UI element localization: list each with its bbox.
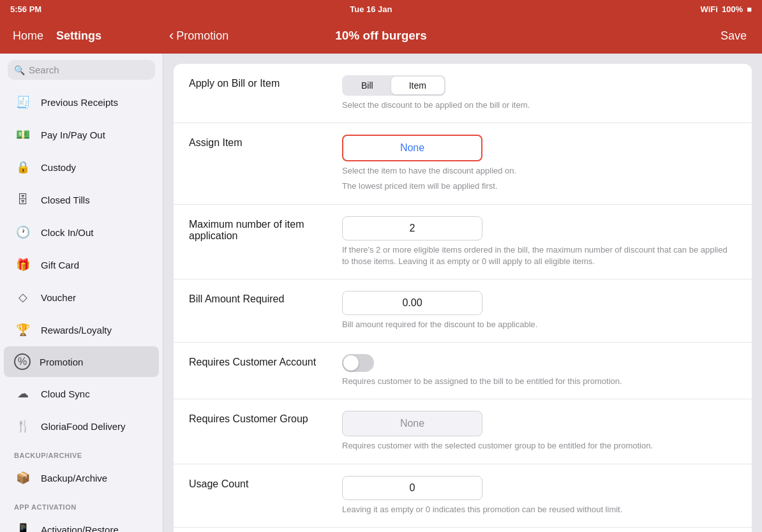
usage-count-content: Leaving it as empty or 0 indicates this …	[342, 476, 736, 515]
apply-on-bill-or-item-row: Apply on Bill or Item Bill Item Select t…	[174, 64, 752, 123]
max-item-application-content: If there's 2 or more eligible items orde…	[342, 216, 736, 267]
requires-customer-group-content: None Requires customer with the selected…	[342, 411, 736, 452]
back-label: Promotion	[176, 29, 228, 43]
apply-on-bill-or-item-description: Select the discount to be applied on the…	[342, 100, 736, 111]
requires-customer-group-description: Requires customer with the selected cust…	[342, 440, 736, 452]
nav-bar: Home Settings ‹ Promotion 10% off burger…	[0, 18, 762, 54]
page-title: 10% off burgers	[335, 29, 427, 43]
status-time: 5:56 PM	[10, 4, 41, 14]
custody-icon: 🔒	[14, 158, 32, 176]
bill-amount-required-row: Bill Amount Required Bill amount require…	[174, 279, 752, 343]
sidebar-item-label: Closed Tills	[41, 195, 90, 205]
settings-card: Apply on Bill or Item Bill Item Select t…	[174, 64, 752, 532]
sidebar-item-label: Promotion	[40, 357, 83, 367]
app-activation-section-header: APP ACTIVATION	[0, 494, 163, 514]
sidebar-item-label: Gift Card	[41, 260, 79, 270]
sidebar-item-label: Backup/Archive	[41, 473, 107, 484]
pay-in-pay-out-icon: 💵	[14, 126, 32, 144]
seg-item[interactable]: Item	[391, 77, 444, 94]
sidebar-item-clock-in-out[interactable]: 🕐 Clock In/Out	[4, 216, 159, 248]
activation-restore-icon: 📱	[14, 521, 32, 532]
clock-icon: 🕐	[14, 223, 32, 241]
max-item-application-description: If there's 2 or more eligible items orde…	[342, 244, 736, 267]
usage-count-row: Usage Count Leaving it as empty or 0 ind…	[174, 464, 752, 528]
chevron-left-icon: ‹	[169, 27, 174, 44]
assign-item-button[interactable]: None	[342, 135, 482, 161]
assign-item-description1: Select the item to have the discount app…	[342, 165, 736, 177]
status-bar: 5:56 PM Tue 16 Jan WiFi 100% ■	[0, 0, 762, 18]
sidebar-item-label: Voucher	[41, 292, 76, 303]
settings-nav-label: Settings	[56, 29, 101, 43]
bill-amount-required-content: Bill amount required for the discount to…	[342, 291, 736, 330]
sidebar-item-cloud-sync[interactable]: ☁ Cloud Sync	[4, 378, 159, 410]
sidebar-item-label: GloriaFood Delivery	[41, 421, 126, 432]
usage-count-input[interactable]	[342, 476, 482, 500]
requires-customer-group-button[interactable]: None	[342, 411, 482, 436]
status-bar-right: WiFi 100% ■	[701, 4, 752, 14]
rewards-icon: 🏆	[14, 321, 32, 339]
sidebar-item-rewards-loyalty[interactable]: 🏆 Rewards/Loyalty	[4, 314, 159, 346]
sidebar-item-label: Clock In/Out	[41, 227, 94, 238]
sidebar: 🔍 Search 🧾 Previous Receipts 💵 Pay In/Pa…	[0, 54, 163, 532]
voucher-icon: ◇	[14, 288, 32, 306]
apply-on-bill-or-item-content: Bill Item Select the discount to be appl…	[342, 75, 736, 111]
sidebar-item-label: Activation/Restore	[41, 524, 119, 533]
sidebar-item-promotion[interactable]: % Promotion	[4, 346, 159, 377]
status-date: Tue 16 Jan	[350, 4, 392, 14]
sidebar-item-label: Cloud Sync	[41, 388, 90, 399]
apply-on-bill-or-item-label: Apply on Bill or Item	[189, 75, 329, 89]
assign-item-label: Assign Item	[189, 135, 329, 149]
backup-archive-icon: 📦	[14, 469, 32, 487]
sidebar-item-custody[interactable]: 🔒 Custody	[4, 151, 159, 183]
requires-customer-account-content: Requires customer to be assigned to the …	[342, 354, 736, 387]
sidebar-item-voucher[interactable]: ◇ Voucher	[4, 281, 159, 313]
promotion-icon: %	[14, 353, 31, 370]
max-item-application-input[interactable]	[342, 216, 482, 240]
battery-level: 100%	[722, 4, 743, 14]
assign-item-content: None Select the item to have the discoun…	[342, 135, 736, 192]
sidebar-item-backup-archive[interactable]: 📦 Backup/Archive	[4, 462, 159, 494]
requires-customer-account-row: Requires Customer Account Requires custo…	[174, 343, 752, 399]
gift-card-icon: 🎁	[14, 256, 32, 274]
search-input[interactable]: Search	[29, 64, 59, 75]
save-button[interactable]: Save	[721, 29, 747, 43]
max-item-application-row: Maximum number of item application If th…	[174, 205, 752, 279]
home-nav-link[interactable]: Home	[13, 29, 43, 43]
seg-bill[interactable]: Bill	[343, 77, 391, 94]
requires-customer-account-description: Requires customer to be assigned to the …	[342, 376, 736, 387]
sidebar-item-activation-restore[interactable]: 📱 Activation/Restore	[4, 514, 159, 532]
search-box[interactable]: 🔍 Search	[8, 60, 155, 80]
sidebar-item-label: Previous Receipts	[41, 97, 118, 108]
battery-icon: ■	[747, 4, 752, 14]
usage-count-check-by-row: Usage Count Check By All Day Week Month …	[174, 528, 752, 532]
requires-customer-group-row: Requires Customer Group None Requires cu…	[174, 399, 752, 464]
sidebar-item-label: Pay In/Pay Out	[41, 129, 105, 140]
requires-customer-account-toggle[interactable]	[342, 354, 374, 372]
search-icon: 🔍	[14, 65, 25, 75]
sidebar-item-previous-receipts[interactable]: 🧾 Previous Receipts	[4, 86, 159, 118]
assign-item-row: Assign Item None Select the item to have…	[174, 123, 752, 204]
main-layout: 🔍 Search 🧾 Previous Receipts 💵 Pay In/Pa…	[0, 54, 762, 532]
sidebar-item-gloria-food-delivery[interactable]: 🍴 GloriaFood Delivery	[4, 410, 159, 442]
previous-receipts-icon: 🧾	[14, 93, 32, 111]
cloud-sync-icon: ☁	[14, 385, 32, 403]
assign-item-description2: The lowest priced item will be applied f…	[342, 181, 736, 192]
usage-count-description: Leaving it as empty or 0 indicates this …	[342, 504, 736, 515]
sidebar-item-label: Custody	[41, 162, 76, 173]
gloria-food-icon: 🍴	[14, 417, 32, 435]
usage-count-label: Usage Count	[189, 476, 329, 490]
sidebar-item-closed-tills[interactable]: 🗄 Closed Tills	[4, 184, 159, 216]
requires-customer-group-label: Requires Customer Group	[189, 411, 329, 425]
sidebar-item-gift-card[interactable]: 🎁 Gift Card	[4, 249, 159, 281]
back-button[interactable]: ‹ Promotion	[169, 27, 228, 44]
bill-amount-required-label: Bill Amount Required	[189, 291, 329, 305]
backup-archive-section-header: BACKUP/ARCHIVE	[0, 443, 163, 462]
sidebar-item-pay-in-pay-out[interactable]: 💵 Pay In/Pay Out	[4, 119, 159, 151]
max-item-application-label: Maximum number of item application	[189, 216, 329, 242]
sidebar-item-label: Rewards/Loyalty	[41, 325, 112, 336]
bill-amount-required-input[interactable]	[342, 291, 482, 315]
toggle-knob	[343, 355, 359, 371]
content-area: Apply on Bill or Item Bill Item Select t…	[163, 54, 762, 532]
apply-on-bill-or-item-segmented[interactable]: Bill Item	[342, 75, 445, 96]
wifi-icon: WiFi	[701, 4, 718, 14]
